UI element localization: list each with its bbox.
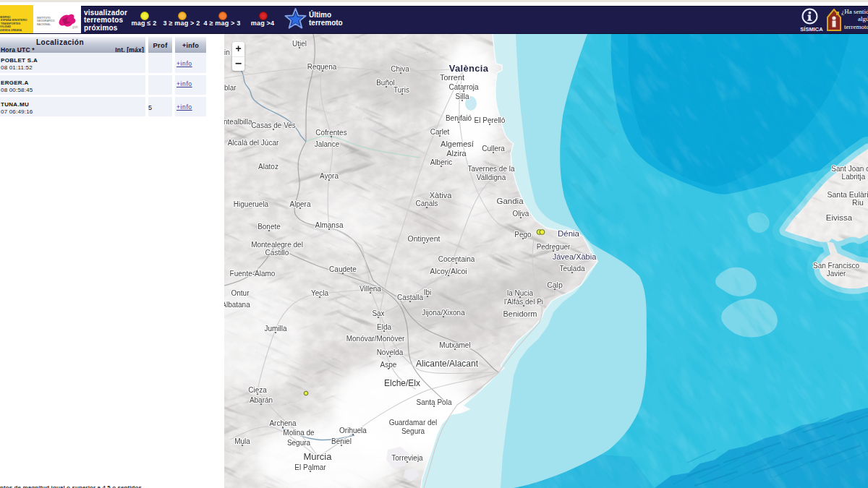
svg-text:Benifaió: Benifaió	[446, 114, 472, 122]
svg-text:Algemesí: Algemesí	[441, 140, 474, 148]
svg-text:Beniel: Beniel	[331, 437, 352, 445]
svg-text:Alcoy/Alcoi: Alcoy/Alcoi	[430, 267, 467, 275]
svg-text:Jumilla: Jumilla	[264, 325, 287, 333]
svg-text:Silla: Silla	[456, 93, 469, 100]
svg-text:Ontinyent: Ontinyent	[408, 234, 441, 243]
svg-text:Jávea/Xàbia: Jávea/Xàbia	[553, 252, 597, 261]
svg-text:Riu: Riu	[852, 198, 864, 207]
svg-text:Benidorm: Benidorm	[503, 309, 537, 318]
svg-text:Alpera: Alpera	[290, 200, 311, 208]
svg-text:Mutxamel: Mutxamel	[439, 341, 470, 349]
svg-text:Chiva: Chiva	[391, 65, 409, 73]
svg-text:Jalance: Jalance	[315, 140, 340, 148]
svg-text:Buñol: Buñol	[376, 79, 395, 87]
svg-text:la Nucia: la Nucia	[507, 289, 534, 297]
svg-text:Eivissa: Eivissa	[826, 213, 853, 222]
svg-text:Cullera: Cullera	[482, 145, 505, 153]
svg-text:Novelda: Novelda	[377, 348, 404, 356]
svg-text:Alicante/Alacant: Alicante/Alacant	[416, 359, 479, 369]
svg-text:San Francisco: San Francisco	[813, 262, 859, 270]
svg-text:Alberic: Alberic	[430, 158, 453, 166]
svg-text:El Perelló: El Perelló	[475, 116, 506, 124]
svg-text:Aspe: Aspe	[380, 361, 397, 369]
svg-text:Requena: Requena	[307, 63, 337, 71]
svg-text:Guardamar del: Guardamar del	[389, 419, 438, 427]
svg-text:Santa Pola: Santa Pola	[417, 398, 452, 406]
svg-text:Labritja: Labritja	[842, 173, 866, 181]
svg-text:Orihuela: Orihuela	[339, 427, 367, 435]
svg-text:gob: gob	[72, 25, 78, 29]
svg-text:Jijona/Xixona: Jijona/Xixona	[422, 309, 465, 317]
svg-text:Castillo: Castillo	[265, 249, 289, 257]
svg-text:Utiel: Utiel	[292, 40, 307, 48]
svg-text:Elda: Elda	[377, 323, 391, 331]
svg-text:Gandia: Gandia	[496, 197, 524, 205]
svg-text:Dénia: Dénia	[558, 229, 580, 238]
svg-text:Canals: Canals	[415, 200, 438, 207]
svg-text:Carlet: Carlet	[430, 128, 450, 136]
svg-text:Almansa: Almansa	[315, 221, 344, 229]
svg-text:Bonete: Bonete	[258, 223, 281, 231]
svg-text:Alzira: Alzira	[446, 149, 467, 158]
svg-text:Tavernes de la: Tavernes de la	[467, 165, 514, 173]
svg-text:Sant Joan d: Sant Joan d	[831, 165, 868, 173]
svg-text:Catarroja: Catarroja	[448, 83, 479, 91]
svg-text:Ibi: Ibi	[424, 288, 432, 296]
svg-text:Torrent: Torrent	[440, 73, 464, 82]
svg-text:ntealbilla: ntealbilla	[224, 118, 252, 126]
svg-text:Casas de Ves: Casas de Ves	[251, 121, 296, 129]
svg-text:Teulada: Teulada	[559, 265, 584, 273]
svg-text:Xàtiva: Xàtiva	[430, 191, 452, 200]
svg-text:València: València	[449, 63, 489, 74]
svg-text:El Palmar: El Palmar	[294, 463, 326, 471]
svg-text:Ayora: Ayora	[320, 172, 339, 180]
svg-text:Monóvar/Monòver: Monóvar/Monòver	[346, 335, 405, 343]
svg-text:Archena: Archena	[269, 419, 297, 427]
svg-text:Calp: Calp	[547, 281, 563, 289]
svg-text:Ontur: Ontur	[231, 289, 250, 297]
svg-text:Murcia: Murcia	[303, 451, 332, 462]
svg-text:Torrevieja: Torrevieja	[391, 454, 423, 462]
svg-text:Pego: Pego	[514, 231, 532, 239]
svg-text:Elche/Elx: Elche/Elx	[384, 378, 420, 388]
svg-text:Segura: Segura	[287, 439, 311, 447]
svg-text:Castalla: Castalla	[397, 294, 424, 301]
svg-text:Higueruela: Higueruela	[234, 200, 269, 208]
svg-text:Abarán: Abarán	[250, 396, 273, 404]
svg-text:Sax: Sax	[372, 309, 384, 317]
svg-text:Cocentaina: Cocentaina	[438, 255, 475, 263]
svg-text:Cofrentes: Cofrentes	[315, 129, 346, 137]
svg-text:l'Alfàs del Pi: l'Alfàs del Pi	[504, 298, 543, 306]
svg-text:Turis: Turis	[393, 86, 409, 94]
svg-text:Segura: Segura	[401, 427, 425, 435]
svg-text:Cieza: Cieza	[248, 386, 267, 394]
svg-text:Albatana: Albatana	[224, 301, 250, 309]
svg-text:Molina de: Molina de	[283, 429, 315, 437]
svg-text:Pedreguer: Pedreguer	[537, 243, 571, 251]
svg-text:Oliva: Oliva	[513, 210, 529, 218]
svg-text:Javier: Javier	[827, 270, 846, 278]
svg-text:Fuente-Álamo: Fuente-Álamo	[230, 269, 276, 278]
svg-text:Alcalá del Júcar: Alcalá del Júcar	[228, 139, 279, 147]
svg-text:Mula: Mula	[234, 437, 250, 445]
svg-text:Alatoz: Alatoz	[258, 163, 278, 171]
svg-text:blar: blar	[224, 84, 237, 92]
svg-text:Valldigna: Valldigna	[477, 174, 506, 181]
svg-text:Yecla: Yecla	[311, 289, 329, 297]
svg-text:Caudete: Caudete	[329, 265, 357, 273]
svg-text:in: in	[224, 48, 230, 56]
svg-text:Villena: Villena	[359, 285, 381, 293]
svg-text:Montealegre del: Montealegre del	[251, 241, 303, 249]
